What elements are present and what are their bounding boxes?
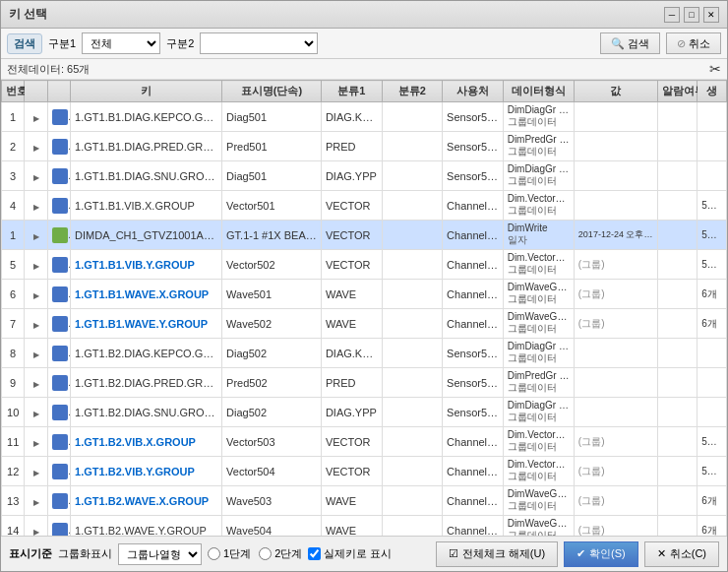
cell-num: 14 xyxy=(2,516,25,537)
cell-checkbox[interactable]: ▶ xyxy=(25,250,47,280)
cell-num: 4 xyxy=(2,191,25,221)
table-row[interactable]: 6▶1.GT1.B1.WAVE.X.GROUPWave501WAVEChanne… xyxy=(2,280,727,309)
cell-class1: VECTOR xyxy=(321,427,382,457)
cell-alarm xyxy=(657,191,697,221)
close-button-bottom[interactable]: ✕ 취소(C) xyxy=(644,541,719,567)
col-header-class1: 분류1 xyxy=(321,81,382,102)
cell-class2 xyxy=(382,102,443,132)
cell-display: Diag501 xyxy=(222,102,322,132)
scissors-icon[interactable]: ✂ xyxy=(709,61,721,77)
cell-checkbox[interactable]: ▶ xyxy=(25,221,47,250)
cell-value xyxy=(574,132,657,161)
cell-key: 1.GT1.B1.WAVE.X.GROUP xyxy=(71,280,222,309)
cell-alarm xyxy=(657,398,697,427)
group1-select[interactable]: 전체 xyxy=(82,32,160,54)
cell-usage: Channel501 xyxy=(443,191,504,221)
cell-class1: PRED xyxy=(321,368,382,398)
table-row[interactable]: 1▶DIMDA_CH1_GTVZ1001A_RDATEGT.1-1 #1X BE… xyxy=(2,221,727,250)
cell-num: 10 xyxy=(2,398,25,427)
cell-checkbox[interactable]: ▶ xyxy=(25,280,47,309)
cell-class1: DIAG.YPP xyxy=(321,161,382,191)
cell-checkbox[interactable]: ▶ xyxy=(25,516,47,537)
cell-datatype: Dim.VectorG roup그룹데이터 xyxy=(503,191,574,221)
radio-2step-input[interactable] xyxy=(259,547,272,560)
table-row[interactable]: 12▶1.GT1.B2.VIB.Y.GROUPVector504VECTORCh… xyxy=(2,457,727,486)
table-row[interactable]: 11▶1.GT1.B2.VIB.X.GROUPVector503VECTORCh… xyxy=(2,427,727,457)
cell-class1: WAVE xyxy=(321,280,382,309)
radio-1step[interactable]: 1단계 xyxy=(208,546,251,561)
radio-1step-input[interactable] xyxy=(208,547,220,560)
check-icon: ☑ xyxy=(449,547,458,560)
confirm-button[interactable]: ✔ 확인(S) xyxy=(564,541,638,567)
cell-checkbox[interactable]: ▶ xyxy=(25,368,47,398)
table-row[interactable]: 5▶1.GT1.B1.VIB.Y.GROUPVector502VECTORCha… xyxy=(2,250,727,280)
cell-datatype: DimWaveGr oup그룹데이터 xyxy=(503,516,574,537)
cell-checkbox[interactable]: ▶ xyxy=(25,309,47,339)
cell-datatype: Dim.VectorG roup그룹데이터 xyxy=(503,427,574,457)
bottom-bar: 표시기준 그룹화표시 그룹나열형 1단계 2단계 실제키로 표시 xyxy=(1,536,727,571)
cell-value: (그룹) xyxy=(574,309,657,339)
table-row[interactable]: 13▶1.GT1.B2.WAVE.X.GROUPWave503WAVEChann… xyxy=(2,486,727,516)
table-row[interactable]: 10▶1.GT1.B2.DIAG.SNU.GROUPDiag502DIAG.YP… xyxy=(2,398,727,427)
col-header-key: 키 xyxy=(71,81,222,102)
cancel-button[interactable]: ⊘ 취소 xyxy=(666,32,721,54)
table-row[interactable]: 7▶1.GT1.B1.WAVE.Y.GROUPWave502WAVEChanne… xyxy=(2,309,727,339)
cell-alarm xyxy=(657,457,697,486)
cell-usage: Channel501 xyxy=(443,280,504,309)
cell-alarm xyxy=(657,280,697,309)
maximize-button[interactable]: □ xyxy=(684,7,699,23)
cell-class2 xyxy=(382,250,443,280)
cell-display: Vector504 xyxy=(222,457,322,486)
cell-checkbox[interactable]: ▶ xyxy=(25,398,47,427)
table-row[interactable]: 14▶1.GT1.B2.WAVE.Y.GROUPWave504WAVEChann… xyxy=(2,516,727,537)
radio-group: 1단계 2단계 xyxy=(208,546,302,561)
cell-checkbox[interactable]: ▶ xyxy=(25,427,47,457)
search-button[interactable]: 🔍 검색 xyxy=(600,32,660,54)
minimize-button[interactable]: ─ xyxy=(664,7,680,23)
cell-checkbox[interactable]: ▶ xyxy=(25,339,47,368)
cell-value xyxy=(574,191,657,221)
real-key-checkbox[interactable] xyxy=(308,547,321,560)
cell-checkbox[interactable]: ▶ xyxy=(25,457,47,486)
cell-datatype: DimDiagGr oup그룹데이터 xyxy=(503,102,574,132)
cell-value: (그룹) xyxy=(574,457,657,486)
cell-value xyxy=(574,398,657,427)
cell-checkbox[interactable]: ▶ xyxy=(25,161,47,191)
group-display-select[interactable]: 그룹나열형 xyxy=(118,543,202,565)
grid-scroll[interactable]: 번호 키 표시명(단속) 분류1 분류2 사용처 데이터형식 값 알람여부 생 xyxy=(1,80,727,536)
table-row[interactable]: 2▶1.GT1.B1.DIAG.PRED.GROUPPred501PREDSen… xyxy=(2,132,727,161)
cell-alarm xyxy=(657,309,697,339)
table-row[interactable]: 4▶1.GT1.B1.VIB.X.GROUPVector501VECTORCha… xyxy=(2,191,727,221)
table-row[interactable]: 8▶1.GT1.B2.DIAG.KEPCO.GROUPDiag502DIAG.K… xyxy=(2,339,727,368)
table-row[interactable]: 9▶1.GT1.B2.DIAG.PRED.GROUPPred502PREDSen… xyxy=(2,368,727,398)
cell-num: 12 xyxy=(2,457,25,486)
radio-2step[interactable]: 2단계 xyxy=(259,546,302,561)
cell-datatype: Dim.VectorG roup그룹데이터 xyxy=(503,457,574,486)
cell-checkbox[interactable]: ▶ xyxy=(25,132,47,161)
cell-class1: VECTOR xyxy=(321,191,382,221)
table-row[interactable]: 1▶1.GT1.B1.DIAG.KEPCO.GROUPDiag501DIAG.K… xyxy=(2,102,727,132)
cell-display: Diag502 xyxy=(222,398,322,427)
cell-alarm xyxy=(657,132,697,161)
cell-class2 xyxy=(382,309,443,339)
group2-select[interactable] xyxy=(200,32,318,54)
cell-gen: 51개 xyxy=(698,457,727,486)
cell-key: DIMDA_CH1_GTVZ1001A_RDATE xyxy=(71,221,222,250)
cell-checkbox[interactable]: ▶ xyxy=(25,102,47,132)
title-bar: 키 선택 ─ □ ✕ xyxy=(1,1,727,29)
table-row[interactable]: 3▶1.GT1.B1.DIAG.SNU.GROUPDiag501DIAG.YPP… xyxy=(2,161,727,191)
real-key-checkbox-label[interactable]: 실제키로 표시 xyxy=(308,546,392,561)
cell-display: Pred501 xyxy=(222,132,322,161)
cell-value: (그룹) xyxy=(574,250,657,280)
all-check-button[interactable]: ☑ 전체체크 해제(U) xyxy=(436,541,558,567)
cell-checkbox[interactable]: ▶ xyxy=(25,191,47,221)
cell-key: 1.GT1.B2.DIAG.SNU.GROUP xyxy=(71,398,222,427)
cell-checkbox[interactable]: ▶ xyxy=(25,486,47,516)
cell-value: 2017-12-24 오후 6:11:44 xyxy=(574,221,657,250)
cell-class1: WAVE xyxy=(321,486,382,516)
cell-datatype: DimDiagGr oup그룹데이터 xyxy=(503,161,574,191)
cell-value: (그룹) xyxy=(574,280,657,309)
close-button[interactable]: ✕ xyxy=(703,7,719,23)
cell-icon xyxy=(47,427,70,457)
cell-usage: Channel503 xyxy=(443,427,504,457)
